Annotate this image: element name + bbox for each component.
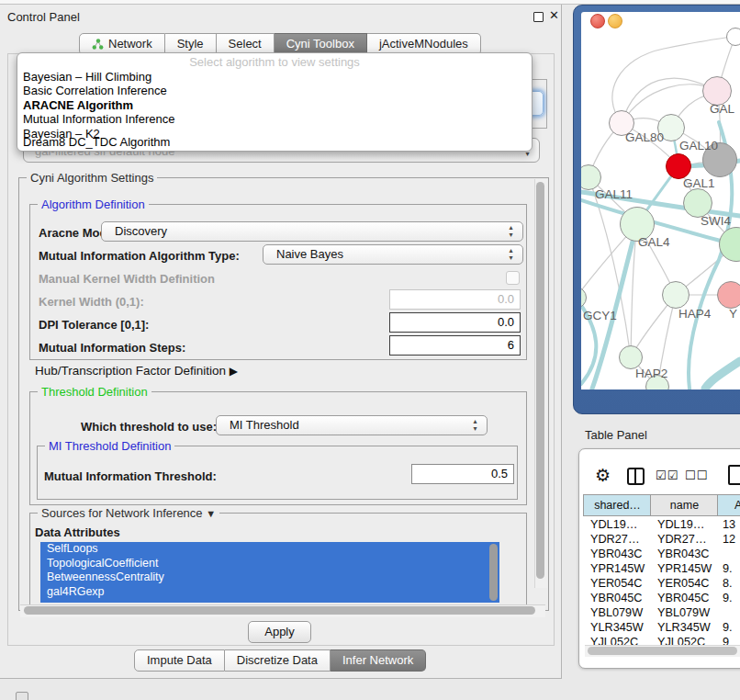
node-pink[interactable] (717, 281, 740, 309)
columns-icon[interactable] (627, 468, 645, 485)
table-cell[interactable]: YBR045C (590, 591, 649, 605)
table-cell[interactable]: 9. (723, 561, 740, 576)
algorithm-dropdown-popup: Select algorithm to view settings Bayesi… (17, 52, 533, 152)
node-label: GAL10 (679, 139, 718, 152)
table-cell[interactable]: YBL079W (657, 605, 716, 620)
node-label: GAL80 (625, 130, 664, 144)
mi-threshold-group-title: MI Threshold Definition (45, 439, 174, 453)
node-label: Y (729, 307, 737, 321)
apply-button[interactable]: Apply (248, 621, 311, 643)
tab-impute-data[interactable]: Impute Data (134, 649, 225, 672)
cyni-settings-title: Cyni Algorithm Settings (27, 171, 157, 185)
which-threshold-combobox[interactable]: MI Threshold▴▾ (216, 415, 488, 435)
node-label: GAL11 (595, 187, 633, 201)
aracne-mode-combobox[interactable]: Discovery▴▾ (101, 221, 523, 242)
mi-steps-field[interactable]: 6 (389, 335, 521, 356)
attribute-item-selected[interactable]: TopologicalCoefficient (40, 557, 499, 571)
which-threshold-value: MI Threshold (230, 418, 299, 432)
kernel-width-label: Kernel Width (0,1): (39, 295, 144, 309)
mi-threshold-field[interactable]: 0.5 (411, 464, 514, 484)
table-cell[interactable]: 12 (723, 532, 740, 547)
table-cell[interactable]: 9. (723, 620, 740, 635)
sources-title: Sources for Network Inference ▼ (38, 506, 219, 520)
data-attributes-label: Data Attributes (35, 525, 120, 539)
gear-icon[interactable]: ⚙ (595, 465, 611, 486)
node-label: GAL4 (638, 235, 670, 249)
table-cell[interactable]: YPR145W (590, 561, 649, 576)
attribute-item-selected[interactable]: SelfLoops (40, 542, 499, 557)
dpi-tolerance-label: DPI Tolerance [0,1]: (39, 318, 149, 332)
table-cell[interactable]: YDR27… (657, 532, 716, 547)
network-icon (92, 36, 104, 47)
kernel-width-field[interactable]: 0.0 (389, 289, 521, 310)
algorithm-option-selected[interactable]: ARACNE Algorithm (23, 98, 523, 112)
columns-divider (634, 469, 636, 483)
mi-type-label: Mutual Information Algorithm Type: (39, 249, 240, 263)
column-header-name[interactable]: name (650, 494, 718, 516)
settings-hscrollbar-thumb[interactable] (24, 606, 535, 615)
node-hap4[interactable] (662, 281, 690, 309)
table-cell[interactable]: YDL19… (590, 517, 649, 532)
table-hscrollbar-thumb[interactable] (588, 647, 737, 655)
which-threshold-label: Which threshold to use: (81, 420, 217, 434)
table-cell[interactable]: YBR043C (657, 547, 716, 561)
attribute-item-selected[interactable]: gal4RGexp (40, 585, 499, 600)
close-icon[interactable]: ✕ (549, 8, 559, 22)
table-cell[interactable]: YJL052C (590, 635, 649, 645)
table-cell[interactable]: 9. (723, 591, 740, 605)
float-window-icon[interactable] (533, 12, 544, 22)
dpi-tolerance-field[interactable]: 0.0 (389, 312, 521, 333)
data-attributes-list: SelfLoops TopologicalCoefficient Between… (40, 542, 499, 603)
table-cell[interactable]: YER054C (657, 576, 716, 591)
threshold-definition-title: Threshold Definition (38, 385, 151, 399)
node-gal1-red[interactable] (666, 153, 691, 179)
algorithm-option[interactable]: Basic Correlation Inference (23, 84, 523, 97)
column-header-partial[interactable]: A (717, 494, 740, 516)
table-cell[interactable]: YLR345W (590, 620, 649, 635)
document-icon[interactable] (728, 465, 740, 485)
table-cell[interactable]: YJL052C (657, 635, 716, 645)
node-label: GCY1 (583, 309, 617, 322)
window-grip-icon[interactable] (16, 692, 28, 700)
mi-type-combobox[interactable]: Naive Bayes▴▾ (263, 244, 523, 265)
manual-kernel-label: Manual Kernel Width Definition (39, 272, 215, 286)
expander-down-arrow-icon: ▼ (206, 508, 216, 519)
hub-definition-expander[interactable]: Hub/Transcription Factor Definition ▶ (35, 364, 238, 378)
table-cell[interactable]: YBL079W (590, 605, 649, 620)
checked-checkboxes-icon[interactable]: ☑☑ (656, 469, 678, 482)
network-canvas[interactable]: GAL GAL80 GAL10 GAL1 GAL11 SWI4 GAL4 GCY… (581, 12, 740, 390)
tab-infer-network[interactable]: Infer Network (331, 649, 426, 672)
table-cell[interactable]: YDL19… (657, 517, 716, 532)
algorithm-definition-title: Algorithm Definition (38, 198, 149, 211)
attribute-item-selected[interactable]: BetweennessCentrality (40, 570, 499, 585)
cyni-mode-tabs: Impute Data Discretize Data Infer Networ… (134, 649, 426, 672)
stepper-arrows-icon: ▴▾ (471, 418, 479, 433)
table-cell[interactable]: YBR045C (657, 591, 716, 605)
dropdown-prompt: Select algorithm to view settings (17, 55, 532, 69)
expander-right-arrow-icon: ▶ (230, 365, 238, 378)
tab-discretize-data[interactable]: Discretize Data (225, 649, 331, 672)
hub-definition-label: Hub/Transcription Factor Definition (35, 364, 226, 378)
table-cell[interactable]: YPR145W (657, 561, 716, 576)
table-cell[interactable]: YDR27… (590, 532, 649, 547)
column-header-shared[interactable]: shared… (583, 494, 651, 516)
control-panel-title: Control Panel (7, 10, 80, 24)
table-cell[interactable]: 8. (723, 576, 740, 591)
node-unlabeled[interactable] (726, 28, 740, 46)
manual-kernel-checkbox[interactable] (506, 271, 520, 285)
table-cell[interactable]: YLR345W (657, 620, 716, 635)
stepper-arrows-icon: ▴▾ (507, 224, 515, 239)
algorithm-option[interactable]: Bayesian – Hill Climbing (23, 70, 523, 84)
table-cell[interactable]: 13 (723, 517, 740, 532)
node-label: SWI4 (701, 214, 731, 228)
table-cell[interactable]: YBR043C (590, 547, 649, 561)
table-cell[interactable]: YER054C (590, 576, 649, 591)
settings-scrollbar-thumb[interactable] (536, 182, 544, 579)
table-cell[interactable]: 9 (723, 635, 740, 645)
unchecked-checkboxes-icon[interactable]: ☐☐ (685, 469, 708, 482)
stepper-arrows-icon: ▴▾ (507, 247, 515, 262)
algorithm-option[interactable]: Mutual Information Inference (23, 112, 523, 126)
algorithm-option[interactable]: Dream8 DC_TDC Algorithm (23, 135, 523, 149)
list-scrollbar-thumb[interactable] (489, 544, 498, 601)
node-label: HAP2 (635, 367, 667, 380)
